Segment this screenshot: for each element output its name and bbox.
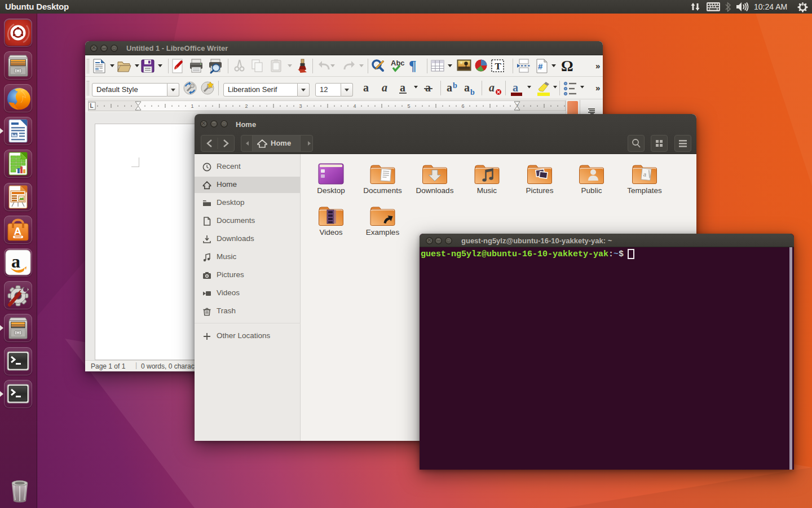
svg-text:6: 6 — [461, 103, 464, 109]
svg-text:L: L — [90, 103, 94, 109]
svg-text:Abc: Abc — [391, 59, 405, 67]
svg-text:a: a — [400, 81, 405, 94]
svg-text:a: a — [447, 81, 452, 94]
svg-text:a: a — [513, 81, 518, 94]
svg-text:T: T — [495, 61, 502, 72]
svg-text:4: 4 — [353, 103, 356, 109]
svg-text:»: » — [595, 61, 600, 71]
svg-text:A: A — [14, 225, 22, 237]
svg-text:a: a — [382, 81, 387, 94]
svg-text:a: a — [425, 81, 431, 94]
svg-text:5: 5 — [407, 103, 410, 109]
svg-text:1: 1 — [191, 103, 193, 109]
svg-text:Ω: Ω — [561, 58, 573, 75]
svg-text:b: b — [453, 81, 457, 90]
svg-text:a: a — [11, 251, 20, 271]
svg-text:a: a — [363, 81, 369, 94]
svg-text:¶: ¶ — [409, 58, 417, 73]
svg-text:a: a — [489, 81, 495, 94]
svg-text:#: # — [538, 62, 543, 71]
svg-text:»: » — [595, 83, 600, 93]
svg-text:3: 3 — [299, 103, 302, 109]
svg-text:2: 2 — [245, 103, 248, 109]
svg-text:b: b — [470, 88, 475, 97]
svg-text:a: a — [464, 81, 470, 94]
